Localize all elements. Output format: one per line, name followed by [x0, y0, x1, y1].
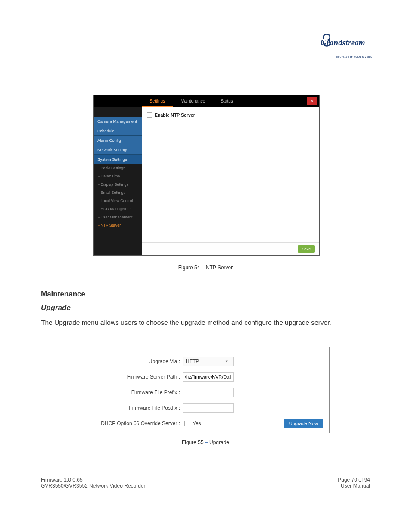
sidebar-sub-basic[interactable]: Basic Settings — [94, 164, 142, 172]
sidebar-sub-user[interactable]: User Management — [94, 213, 142, 221]
brand-tagline: Innovative IP Voice & Video — [336, 55, 372, 58]
sidebar-item-system[interactable]: System Settings — [94, 155, 142, 164]
chevron-down-icon: ▼ — [223, 357, 230, 366]
sidebar-sub-ntp[interactable]: NTP Server — [94, 221, 142, 230]
dhcp66-checkbox[interactable] — [184, 421, 190, 426]
dhcp66-yes-text: Yes — [193, 420, 201, 426]
maintenance-heading: Maintenance — [41, 289, 368, 300]
figure-54-caption: Figure 54 – NTP Server — [0, 264, 411, 271]
footer-firmware: Firmware 1.0.0.65 — [41, 477, 146, 483]
caption-text: NTP Server — [206, 264, 233, 271]
caption-figure-number: Figure 54 — [178, 264, 202, 271]
page-footer: Firmware 1.0.0.65 GVR3550/GVR3552 Networ… — [41, 474, 370, 489]
upgrade-via-label: Upgrade Via : — [90, 358, 183, 364]
footer-doc-type: User Manual — [338, 483, 370, 489]
figure-55-caption: Figure 55 – Upgrade — [0, 439, 411, 445]
tab-settings[interactable]: Settings — [142, 95, 173, 107]
server-path-label: Firmware Server Path : — [90, 374, 183, 380]
upgrade-form-screenshot: Upgrade Via : HTTP ▼ Firmware Server Pat… — [83, 346, 330, 434]
upgrade-via-value: HTTP — [186, 358, 199, 364]
sidebar-sub-display[interactable]: Display Settings — [94, 180, 142, 189]
file-prefix-input[interactable] — [183, 388, 234, 397]
dhcp66-label: DHCP Option 66 Override Server : — [90, 420, 183, 426]
file-postfix-label: Firmware File Postfix : — [90, 405, 183, 411]
settings-main-panel: Enable NTP Server Save — [142, 107, 319, 255]
maintenance-section: Maintenance Upgrade The Upgrade menu all… — [41, 289, 368, 327]
footer-right: Page 70 of 94 User Manual — [338, 477, 370, 489]
save-button[interactable]: Save — [298, 245, 315, 253]
sidebar-sub-hdd[interactable]: HDD Management — [94, 205, 142, 213]
sidebar-sub-localview[interactable]: Local View Control — [94, 197, 142, 205]
caption-separator: – — [202, 264, 206, 271]
upgrade-body-text: The Upgrade menu allows users to choose … — [41, 317, 368, 327]
ntp-settings-screenshot: Settings Maintenance Status × Camera Man… — [93, 95, 320, 256]
caption-text: Upgrade — [209, 439, 229, 445]
upgrade-via-select[interactable]: HTTP ▼ — [183, 357, 234, 366]
caption-separator: – — [205, 439, 209, 445]
server-path-input[interactable] — [183, 372, 234, 382]
footer-left: Firmware 1.0.0.65 GVR3550/GVR3552 Networ… — [41, 477, 146, 489]
close-button[interactable]: × — [307, 97, 317, 105]
sidebar-item-alarm[interactable]: Alarm Config — [94, 136, 142, 145]
footer-page: Page 70 of 94 — [338, 477, 370, 483]
tab-status[interactable]: Status — [213, 95, 240, 107]
file-postfix-input[interactable] — [183, 403, 234, 413]
settings-sidebar: Camera Management Schedule Alarm Config … — [94, 107, 142, 255]
sidebar-sub-datetime[interactable]: Date&Time — [94, 172, 142, 180]
top-tabs: Settings Maintenance Status × — [94, 95, 319, 107]
upgrade-now-button[interactable]: Upgrade Now — [284, 419, 323, 428]
enable-ntp-checkbox[interactable] — [147, 112, 152, 118]
caption-figure-number: Figure 55 — [182, 439, 205, 445]
sidebar-item-schedule[interactable]: Schedule — [94, 126, 142, 136]
sidebar-item-camera[interactable]: Camera Management — [94, 117, 142, 126]
footer-product: GVR3550/GVR3552 Network Video Recorder — [41, 483, 146, 489]
sidebar-item-network[interactable]: Network Settings — [94, 145, 142, 155]
file-prefix-label: Firmware File Prefix : — [90, 389, 183, 395]
upgrade-subheading: Upgrade — [41, 302, 368, 314]
enable-ntp-label: Enable NTP Server — [155, 112, 195, 118]
brand-logo: Grandstream — [321, 30, 372, 54]
tab-maintenance[interactable]: Maintenance — [173, 95, 213, 107]
sidebar-sub-email[interactable]: Email Settings — [94, 189, 142, 197]
